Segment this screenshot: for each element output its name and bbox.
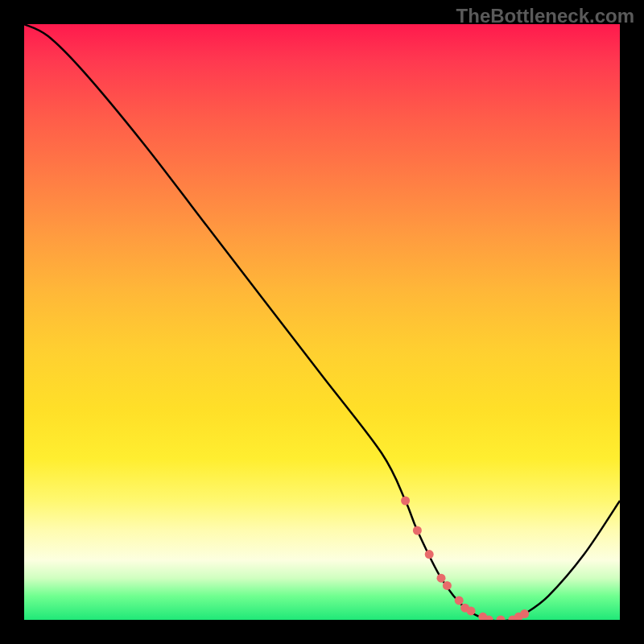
flat-dot: [520, 609, 529, 618]
flat-dot: [467, 606, 476, 615]
flat-dot: [401, 497, 410, 506]
curve-svg: [24, 24, 620, 620]
flat-region-dots: [401, 497, 529, 621]
flat-dot: [455, 596, 464, 605]
plot-area: [24, 24, 620, 620]
flat-dot: [443, 581, 452, 590]
flat-dot: [497, 616, 506, 621]
bottleneck-curve: [24, 24, 620, 620]
flat-dot: [437, 574, 446, 583]
flat-dot: [413, 526, 422, 535]
flat-dot: [425, 550, 434, 559]
watermark-text: TheBottleneck.com: [456, 5, 634, 27]
